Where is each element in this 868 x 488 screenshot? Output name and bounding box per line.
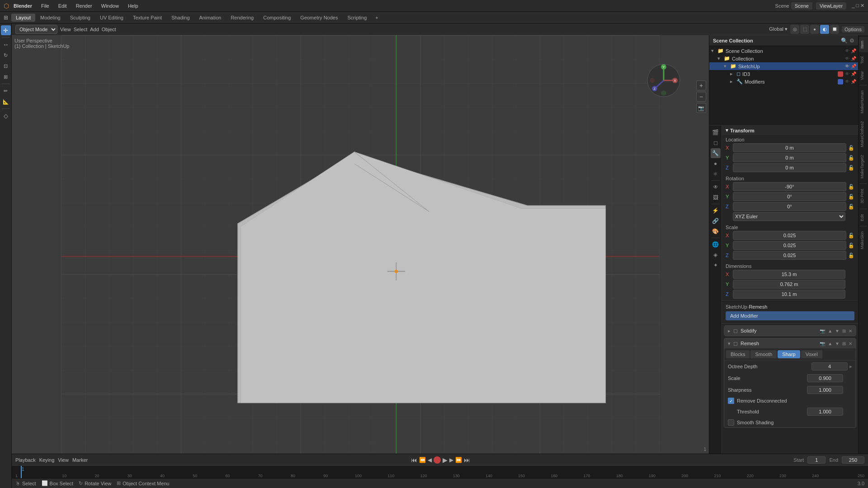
remesh-expand-icon[interactable]: ▾: [728, 341, 731, 347]
threshold-field[interactable]: 1.000: [807, 408, 843, 416]
prop-extra-btn3[interactable]: ✦: [711, 260, 721, 270]
next-frame-btn[interactable]: ▶: [449, 457, 453, 463]
tab-layout[interactable]: Layout: [11, 14, 35, 22]
tab-uv-editing[interactable]: UV Editing: [95, 14, 128, 22]
viewport-canvas[interactable]: User Perspective (1) Collection | Sketch…: [12, 35, 709, 454]
scale-y-field[interactable]: 0.025: [733, 241, 846, 250]
loc-y-field[interactable]: 0 m: [733, 153, 846, 162]
loc-x-lock[interactable]: 🔓: [848, 145, 854, 151]
octree-depth-field[interactable]: 4: [811, 362, 848, 371]
scale-z-lock[interactable]: 🔓: [848, 253, 854, 258]
viewport-gizmo[interactable]: Y X Z: [646, 62, 682, 99]
remesh-down-icon[interactable]: ▼: [835, 341, 840, 346]
scale-x-field[interactable]: 0.025: [733, 231, 846, 240]
options-btn[interactable]: Options: [842, 26, 864, 33]
dim-y-field[interactable]: 0.762 m: [733, 280, 845, 289]
prop-constraint-btn[interactable]: 🔗: [711, 216, 721, 226]
tab-scripting[interactable]: Scripting: [343, 14, 371, 22]
tool-annotate[interactable]: ✏: [1, 86, 11, 96]
solidify-up-icon[interactable]: ▲: [828, 328, 832, 333]
next-keyframe-btn[interactable]: ⏩: [455, 457, 462, 463]
select-menu[interactable]: Select: [74, 27, 88, 32]
prop-scene-btn[interactable]: 🎬: [711, 127, 721, 137]
view-camera-btn[interactable]: 📷: [696, 103, 706, 113]
tab-sharp[interactable]: Sharp: [778, 350, 800, 358]
dim-x-field[interactable]: 15.3 m: [733, 270, 845, 279]
far-right-tab-view[interactable]: View: [859, 68, 868, 84]
record-btn[interactable]: [434, 456, 441, 464]
viewport-shading[interactable]: Global ▾: [769, 26, 788, 32]
tool-transform[interactable]: ⊞: [1, 72, 11, 82]
remesh-mod-header[interactable]: ▾ ◻ Remesh 📷 ▲ ▼ ⊞ ✕: [724, 338, 856, 348]
outliner-row-modifiers[interactable]: ▸ 🔧 Modifiers 👁 📌: [709, 78, 858, 85]
prev-keyframe-btn[interactable]: ⏪: [419, 457, 426, 463]
rotation-mode-selector[interactable]: XYZ Euler: [733, 212, 845, 221]
marker-menu[interactable]: Marker: [72, 457, 88, 463]
far-right-tab-3dprint[interactable]: 3D Print: [859, 185, 868, 207]
smooth-shading-checkbox[interactable]: [728, 419, 734, 426]
remesh-scale-field[interactable]: 0.900: [807, 374, 843, 382]
shading-buttons[interactable]: ◎ ⬚ ● ◐ 🔲: [790, 25, 839, 34]
view-layer-selector[interactable]: ViewLayer: [816, 2, 846, 9]
remesh-cam-icon[interactable]: 📷: [820, 341, 825, 346]
object-mode-selector[interactable]: Object Mode: [15, 25, 57, 34]
tab-voxel[interactable]: Voxel: [801, 350, 822, 358]
prop-shader-btn[interactable]: 🎨: [711, 226, 721, 236]
tab-compositing[interactable]: Compositing: [259, 14, 295, 22]
loc-y-lock[interactable]: 🔓: [848, 155, 854, 161]
loc-x-field[interactable]: 0 m: [733, 143, 846, 152]
prop-object-btn[interactable]: ◻: [711, 138, 721, 148]
solidify-down-icon[interactable]: ▼: [835, 328, 840, 333]
tab-sculpting[interactable]: Sculpting: [66, 14, 95, 22]
breadcrumb-remesh[interactable]: Remesh: [749, 304, 767, 310]
outliner-row-scene-collection[interactable]: ▾ 📁 Scene Collection 👁 📌: [709, 47, 858, 55]
zoom-out-btn[interactable]: −: [696, 92, 706, 102]
far-right-tab-edit[interactable]: Edit: [859, 211, 868, 225]
play-start-btn[interactable]: ⏮: [411, 456, 417, 464]
prop-material-btn[interactable]: ●: [711, 159, 721, 169]
remesh-del-icon[interactable]: ✕: [849, 341, 852, 346]
rot-x-lock[interactable]: 🔓: [848, 184, 854, 190]
outliner-filter-icon[interactable]: 🔍: [841, 38, 848, 44]
tab-rendering[interactable]: Rendering: [226, 14, 258, 22]
outliner-row-sketchup[interactable]: ▾ 📁 SketchUp 👁 📌: [709, 62, 858, 70]
tab-blocks[interactable]: Blocks: [726, 350, 750, 358]
start-frame-field[interactable]: 1: [807, 456, 826, 464]
solidify-mod-header[interactable]: ▸ ◻ Solidify 📷 ▲ ▼ ⊞ ✕: [724, 326, 856, 336]
tool-cursor[interactable]: ✛: [1, 25, 11, 35]
dim-z-field[interactable]: 10.1 m: [733, 290, 845, 299]
sharpness-field[interactable]: 1.000: [807, 386, 843, 394]
prop-view-btn[interactable]: 👁: [711, 182, 721, 192]
breadcrumb-sketchup[interactable]: SketchUp: [726, 304, 747, 310]
prop-bone-btn[interactable]: ⚡: [711, 206, 721, 216]
tool-rotate[interactable]: ↻: [1, 50, 11, 60]
far-right-tab-tool[interactable]: Tool: [859, 53, 868, 68]
view-menu[interactable]: View: [60, 27, 71, 32]
tool-measure[interactable]: 📐: [1, 97, 11, 107]
tool-scale[interactable]: ⊡: [1, 61, 11, 71]
outliner-row-id3[interactable]: ▸ ◻ ID3 👁 📌: [709, 70, 858, 78]
tab-texture-paint[interactable]: Texture Paint: [128, 14, 166, 22]
tab-geometry-nodes[interactable]: Geometry Nodes: [296, 14, 342, 22]
tab-animation[interactable]: Animation: [195, 14, 226, 22]
rot-x-field[interactable]: -90°: [733, 182, 846, 191]
far-right-tab-makeclothes[interactable]: MakeClothes2: [859, 117, 868, 151]
prop-physics-btn[interactable]: ⚛: [711, 169, 721, 179]
rot-y-field[interactable]: 0°: [733, 192, 846, 201]
scene-selector[interactable]: Scene: [791, 2, 812, 9]
playback-menu[interactable]: Playback: [15, 457, 36, 463]
zoom-in-btn[interactable]: +: [696, 80, 706, 90]
tab-modeling[interactable]: Modeling: [36, 14, 65, 22]
scale-z-field[interactable]: 0.025: [733, 251, 846, 260]
solidify-del-icon[interactable]: ✕: [849, 328, 852, 333]
prop-render-btn[interactable]: 🖼: [711, 192, 721, 202]
remesh-up-icon[interactable]: ▲: [828, 341, 832, 346]
tab-add[interactable]: +: [372, 14, 382, 22]
menu-window[interactable]: Window: [98, 2, 123, 9]
outliner-row-collection[interactable]: ▾ 📁 Collection 👁 📌: [709, 55, 858, 62]
view-timeline-menu[interactable]: View: [58, 457, 69, 463]
tool-move[interactable]: ↔: [1, 39, 11, 49]
object-menu[interactable]: Object: [102, 27, 116, 32]
menu-help[interactable]: Help: [124, 2, 142, 9]
outliner-settings-icon[interactable]: ⚙: [849, 38, 854, 44]
